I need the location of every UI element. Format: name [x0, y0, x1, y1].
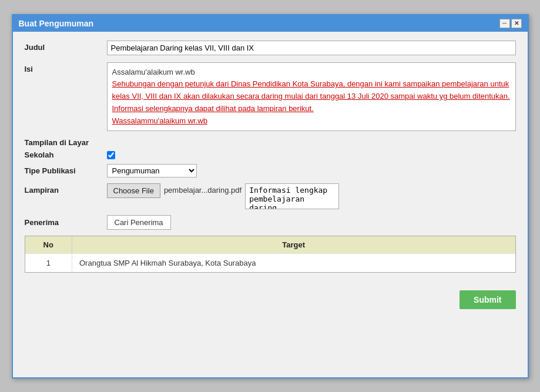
- judul-label: Judul: [25, 41, 107, 52]
- lampiran-row: Lampiran Choose File pembelajar...daring…: [25, 183, 516, 209]
- isi-content[interactable]: Assalamu'alaikum wr.wb Sehubungan dengan…: [107, 62, 516, 132]
- tipe-row: Tipe Publikasi Pengumuman Berita Pengumu…: [25, 164, 516, 177]
- submit-button[interactable]: Submit: [459, 290, 515, 309]
- col-target-header: Target: [72, 236, 515, 254]
- penerima-label: Penerima: [25, 218, 107, 227]
- table-cell-no: 1: [25, 254, 72, 273]
- judul-input[interactable]: [107, 41, 516, 55]
- isi-row: Isi Assalamu'alaikum wr.wb Sehubungan de…: [25, 62, 516, 132]
- minimize-icon: ─: [502, 20, 507, 26]
- tipe-select[interactable]: Pengumuman Berita Pengumuman Umum: [107, 164, 197, 177]
- penerima-table-container: No Target 1 Orangtua SMP Al Hikmah Surab…: [25, 236, 516, 273]
- dialog-buat-pengumuman: Buat Pengumuman ─ ✕ Judul Isi Assalamu'a…: [12, 14, 529, 378]
- cari-penerima-button[interactable]: Cari Penerima: [107, 215, 171, 230]
- isi-field: Assalamu'alaikum wr.wb Sehubungan dengan…: [107, 62, 516, 132]
- isi-label: Isi: [25, 62, 107, 73]
- col-no-header: No: [25, 236, 72, 254]
- penerima-row: Penerima Cari Penerima: [25, 215, 516, 230]
- isi-line-1: Assalamu'alaikum wr.wb: [112, 66, 511, 79]
- submit-area: Submit: [13, 282, 528, 318]
- sekolah-label: Sekolah: [25, 150, 107, 159]
- dialog-controls: ─ ✕: [499, 19, 522, 28]
- dialog-titlebar: Buat Pengumuman ─ ✕: [13, 15, 528, 32]
- minimize-button[interactable]: ─: [499, 19, 510, 28]
- table-cell-target: Orangtua SMP Al Hikmah Surabaya, Kota Su…: [72, 254, 515, 273]
- isi-line-2: Sehubungan dengan petunjuk dari Dinas Pe…: [112, 78, 511, 103]
- close-button[interactable]: ✕: [511, 19, 522, 28]
- isi-line-3: Informasi selengkapnya dapat dilihat pad…: [112, 103, 511, 115]
- file-description-input[interactable]: Informasi lengkap pembelajaran daring: [245, 183, 339, 209]
- isi-line-4: Wassalammu'alaikum wr.wb: [112, 115, 511, 128]
- lampiran-label: Lampiran: [25, 183, 107, 195]
- form-content: Judul Isi Assalamu'alaikum wr.wb Sehubun…: [13, 32, 528, 282]
- choose-file-button[interactable]: Choose File: [107, 183, 160, 198]
- table-row: 1 Orangtua SMP Al Hikmah Surabaya, Kota …: [25, 254, 515, 273]
- dialog-title: Buat Pengumuman: [19, 19, 94, 28]
- tampilkan-header: Tampilan di Layar: [25, 138, 516, 147]
- judul-row: Judul: [25, 41, 516, 55]
- close-icon: ✕: [514, 20, 519, 26]
- table-header-row: No Target: [25, 236, 515, 254]
- judul-field: [107, 41, 516, 55]
- tampilkan-section: Tampilan di Layar: [25, 138, 516, 147]
- penerima-table: No Target 1 Orangtua SMP Al Hikmah Surab…: [25, 236, 515, 272]
- sekolah-row: Sekolah: [25, 150, 516, 159]
- sekolah-checkbox[interactable]: [107, 151, 115, 159]
- lampiran-controls: Choose File pembelajar...daring.pdf Info…: [107, 183, 340, 209]
- tipe-label: Tipe Publikasi: [25, 166, 107, 175]
- file-name: pembelajar...daring.pdf: [164, 183, 242, 195]
